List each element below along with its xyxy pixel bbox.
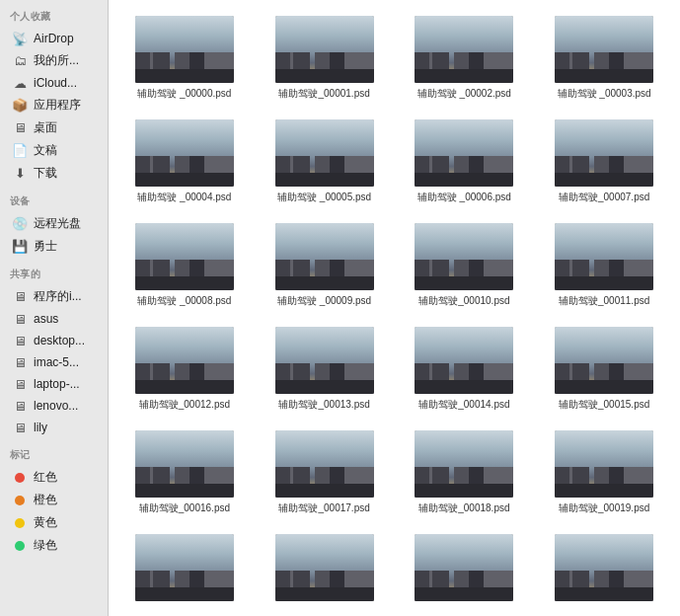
sidebar-item-label: 橙色 [34, 492, 96, 508]
sidebar-item-label: iCloud... [34, 76, 96, 90]
file-item[interactable]: 辅助驾驶 _00005.psd [259, 116, 391, 207]
file-item[interactable] [259, 530, 391, 609]
file-item[interactable]: 辅助驾驶 _00000.psd [118, 12, 251, 104]
sidebar-item-label: 绿色 [34, 537, 96, 554]
thumb-image [415, 327, 513, 394]
file-item[interactable]: 辅助驾驶 _00002.psd [399, 12, 531, 104]
sidebar-item-orange[interactable]: 橙色 [4, 489, 104, 511]
file-item[interactable]: 辅助驾驶_00011.psd [538, 219, 670, 311]
tag-icon [12, 538, 28, 554]
file-item[interactable]: 辅助驾驶_00019.psd [538, 426, 670, 518]
sidebar-item-apps[interactable]: 📦应用程序 [4, 94, 104, 116]
file-thumbnail [135, 534, 234, 601]
file-name-label: 辅助驾驶_00016.psd [139, 501, 230, 514]
sidebar-item-yellow[interactable]: 黄色 [4, 511, 104, 534]
file-item[interactable]: 辅助驾驶 _00009.psd [259, 219, 391, 311]
sidebar-item-remotedisk[interactable]: 💿远程光盘 [4, 212, 104, 235]
download-icon: ⬇ [12, 166, 28, 182]
thumb-image [275, 430, 374, 498]
sidebar-item-desktop[interactable]: 🖥桌面 [4, 116, 104, 139]
sidebar-item-label: 我的所... [34, 52, 96, 69]
file-name-label: 辅助驾驶 _00000.psd [137, 87, 231, 100]
thumb-image [275, 223, 374, 290]
file-thumbnail [275, 119, 374, 187]
file-item[interactable]: 辅助驾驶_00017.psd [259, 426, 391, 518]
sidebar-item-asus[interactable]: 🖥asus [4, 308, 104, 330]
sidebar-item-desktop2[interactable]: 🖥desktop... [4, 330, 104, 351]
file-thumbnail [415, 223, 513, 290]
file-thumbnail [555, 16, 653, 83]
file-item[interactable]: 辅助驾驶 _00006.psd [399, 116, 531, 207]
monitor-icon: 🖥 [12, 398, 28, 414]
sidebar-item-downloads[interactable]: ⬇下载 [4, 162, 104, 185]
tag-dot [15, 496, 25, 505]
sidebar-item-lily[interactable]: 🖥lily [4, 417, 104, 438]
sidebar-item-label: 程序的i... [34, 288, 96, 305]
file-item[interactable]: 辅助驾驶_00001.psd [259, 12, 391, 104]
file-item[interactable]: 辅助驾驶_00015.psd [538, 323, 670, 415]
sidebar-section-title: 个人收藏 [0, 0, 108, 28]
apps-icon: 📦 [12, 98, 28, 114]
file-name-label: 辅助驾驶 _00002.psd [417, 87, 511, 100]
file-item[interactable]: 辅助驾驶_00016.psd [118, 426, 251, 518]
sidebar-item-myfiles[interactable]: 🗂我的所... [4, 49, 104, 72]
sidebar-item-label: 文稿 [34, 142, 96, 159]
sidebar-item-imac[interactable]: 🖥imac-5... [4, 351, 104, 373]
sidebar-item-laptop[interactable]: 🖥laptop-... [4, 373, 104, 395]
file-item[interactable] [118, 530, 251, 609]
airdrop-icon: 📡 [12, 31, 28, 46]
thumb-image [135, 534, 234, 601]
monitor-icon: 🖥 [12, 311, 28, 327]
file-item[interactable] [538, 530, 670, 609]
sidebar-item-lenovo[interactable]: 🖥lenovo... [4, 395, 104, 417]
tag-dot [15, 473, 25, 483]
file-item[interactable]: 辅助驾驶 _00004.psd [118, 116, 251, 207]
sidebar-item-green[interactable]: 绿色 [4, 534, 104, 557]
file-name-label: 辅助驾驶_00013.psd [278, 398, 369, 411]
file-thumbnail [415, 534, 513, 601]
sidebar-item-airdrop[interactable]: 📡AirDrop [4, 28, 104, 49]
file-name-label: 辅助驾驶 _00006.psd [417, 191, 511, 203]
file-name-label: 辅助驾驶 _00008.psd [137, 294, 231, 307]
sidebar-item-label: desktop... [34, 334, 96, 347]
sidebar-item-icloud[interactable]: ☁iCloud... [4, 72, 104, 94]
file-item[interactable]: 辅助驾驶_00013.psd [259, 323, 391, 415]
file-item[interactable] [399, 530, 531, 609]
sidebar-item-red[interactable]: 红色 [4, 466, 104, 489]
sidebar-item-warrior[interactable]: 💾勇士 [4, 235, 104, 258]
file-item[interactable]: 辅助驾驶_00018.psd [399, 426, 531, 518]
tag-icon [12, 493, 28, 508]
thumb-image [555, 430, 653, 498]
file-thumbnail [135, 16, 234, 83]
file-thumbnail [135, 223, 234, 290]
monitor-icon: 🖥 [12, 289, 28, 305]
file-name-label: 辅助驾驶_00015.psd [559, 398, 649, 411]
file-thumbnail [275, 327, 374, 394]
sidebar-item-label: 应用程序 [34, 97, 96, 114]
file-item[interactable]: 辅助驾驶_00014.psd [399, 323, 531, 415]
file-item[interactable]: 辅助驾驶 _00008.psd [118, 219, 251, 311]
file-item[interactable]: 辅助驾驶_00010.psd [399, 219, 531, 311]
file-item[interactable]: 辅助驾驶_00012.psd [118, 323, 251, 415]
sidebar-item-docs[interactable]: 📄文稿 [4, 139, 104, 162]
file-grid: 辅助驾驶 _00000.psd辅助驾驶_00001.psd辅助驾驶 _00002… [118, 12, 670, 609]
sidebar-item-program[interactable]: 🖥程序的i... [4, 285, 104, 308]
sidebar-item-label: AirDrop [34, 32, 96, 45]
cloud-icon: ☁ [12, 75, 28, 91]
file-name-label: 辅助驾驶 _00004.psd [137, 191, 231, 203]
thumb-image [135, 16, 234, 83]
thumb-image [135, 430, 234, 498]
file-thumbnail [275, 534, 374, 601]
file-item[interactable]: 辅助驾驶 _00003.psd [538, 12, 670, 104]
tag-dot [15, 541, 25, 551]
sidebar-item-label: 桌面 [34, 119, 96, 136]
file-name-label: 辅助驾驶 _00009.psd [277, 294, 371, 307]
thumb-image [555, 223, 653, 290]
file-thumbnail [135, 119, 234, 187]
file-thumbnail [275, 430, 374, 498]
file-name-label: 辅助驾驶_00011.psd [559, 294, 649, 307]
file-item[interactable]: 辅助驾驶_00007.psd [538, 116, 670, 207]
thumb-image [275, 327, 374, 394]
file-name-label: 辅助驾驶_00010.psd [418, 294, 509, 307]
sidebar-section-title: 共享的 [0, 258, 108, 285]
